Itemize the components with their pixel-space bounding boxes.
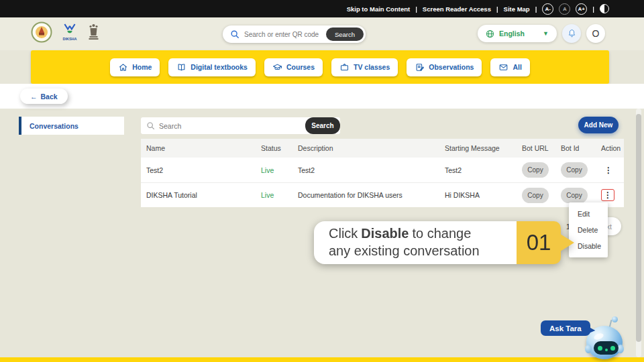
global-search-button[interactable]: Search — [326, 27, 364, 41]
globe-icon — [486, 29, 494, 38]
separator: | — [592, 5, 594, 13]
skip-to-content-link[interactable]: Skip to Main Content — [347, 5, 410, 13]
callout-text-bold: Disable — [361, 226, 409, 241]
row-actions-kebab-icon[interactable]: ⋮ — [602, 165, 614, 176]
menu-item-edit[interactable]: Edit — [569, 206, 608, 222]
book-icon — [176, 62, 186, 72]
back-row: ← Back — [0, 84, 644, 109]
main-navigation: Home Digital textbooks Courses — [31, 50, 609, 84]
tour-callout-text: ClickDisableto change any existing conve… — [314, 221, 517, 264]
robot-antenna-ball — [612, 316, 618, 322]
robot-eye-right — [610, 346, 615, 351]
separator: | — [496, 5, 498, 13]
callout-text-line2: any existing conversation — [329, 243, 480, 258]
table-row: DIKSHA Tutorial Live Documentation for D… — [141, 182, 624, 207]
conversations-table: Name Status Description Starting Message… — [141, 139, 624, 207]
tamilnadu-emblem-logo — [31, 21, 52, 43]
copy-bot-url-button[interactable]: Copy — [522, 162, 549, 178]
nav-item-label: Courses — [286, 63, 315, 71]
copy-bot-id-button[interactable]: Copy — [561, 162, 588, 178]
separator: | — [535, 5, 537, 13]
column-header-name: Name — [141, 144, 256, 152]
search-icon — [146, 121, 155, 130]
nav-item-observations[interactable]: Observations — [407, 58, 482, 76]
back-button[interactable]: ← Back — [20, 88, 68, 104]
cell-starting-message: Test2 — [439, 166, 517, 174]
add-new-button[interactable]: Add New — [578, 117, 619, 133]
row-actions-menu: Edit Delete Disable — [569, 202, 608, 257]
clipboard-icon — [415, 62, 425, 72]
diksha-logo-label: DIKSHA — [62, 37, 76, 41]
cell-description: Documentation for DIKSHA users — [292, 191, 439, 199]
notifications-button[interactable] — [562, 24, 581, 43]
page: Skip to Main Content | Screen Reader Acc… — [0, 0, 644, 362]
india-emblem-logo — [87, 22, 100, 42]
conversation-search: Search — [141, 117, 340, 134]
contrast-toggle-icon[interactable] — [600, 4, 609, 13]
chevron-down-icon: ▼ — [543, 30, 549, 37]
accessibility-bar: Skip to Main Content | Screen Reader Acc… — [0, 0, 644, 17]
home-icon — [118, 62, 128, 72]
robot-face — [594, 341, 619, 355]
robot-mouth-dot — [605, 349, 608, 351]
column-header-bot-id: Bot Id — [555, 144, 596, 152]
global-search-input[interactable] — [244, 31, 321, 38]
nav-item-label: TV classes — [354, 63, 390, 71]
language-selector[interactable]: English ▼ — [478, 25, 557, 42]
row-actions-kebab-icon[interactable]: ⋮ — [602, 190, 614, 200]
cell-description: Test2 — [292, 166, 439, 174]
robot-shine — [593, 332, 604, 341]
conversation-search-input[interactable] — [159, 122, 273, 130]
language-selected-label: English — [499, 29, 525, 38]
column-header-bot-url: Bot URL — [517, 144, 555, 152]
nav-item-courses[interactable]: Courses — [264, 58, 323, 76]
header: DIKSHA Search — [0, 17, 644, 50]
font-default-button[interactable]: A — [559, 3, 570, 15]
nav-item-digital-textbooks[interactable]: Digital textbooks — [168, 58, 256, 76]
nav-item-label: Digital textbooks — [191, 63, 248, 71]
tour-step-number: 01 — [517, 221, 561, 264]
nav-item-all[interactable]: All — [490, 58, 529, 76]
ask-tara-button[interactable]: Ask Tara — [541, 320, 590, 336]
nav-item-home[interactable]: Home — [110, 58, 160, 76]
bell-icon — [567, 28, 577, 39]
tara-robot-mascot[interactable] — [585, 320, 625, 360]
nav-item-label: Observations — [429, 63, 474, 71]
font-increase-button[interactable]: A+ — [576, 3, 587, 15]
menu-item-delete[interactable]: Delete — [569, 222, 608, 238]
column-header-description: Description — [292, 144, 439, 152]
diksha-logo[interactable]: DIKSHA — [62, 23, 77, 41]
nav-item-label: All — [513, 63, 521, 71]
highlight-red-box: ⋮ — [601, 189, 614, 201]
global-search: Search — [223, 25, 366, 43]
column-header-status: Status — [256, 144, 292, 152]
nav-item-label: Home — [132, 63, 152, 71]
site-map-link[interactable]: Site Map — [504, 5, 530, 13]
callout-text-prefix: Click — [329, 226, 358, 241]
menu-item-disable[interactable]: Disable — [569, 238, 608, 254]
table-row: Test2 Live Test2 Test2 Copy Copy ⋮ — [141, 158, 624, 182]
cell-name: DIKSHA Tutorial — [141, 191, 256, 199]
screen-reader-link[interactable]: Screen Reader Access — [423, 5, 491, 13]
copy-bot-id-button[interactable]: Copy — [561, 188, 588, 203]
sidebar-item-conversations[interactable]: Conversations — [19, 117, 124, 135]
separator: | — [415, 5, 417, 13]
logo-group: DIKSHA — [31, 21, 100, 43]
header-actions: English ▼ O — [478, 24, 605, 43]
search-icon — [230, 29, 239, 39]
conversation-search-button[interactable]: Search — [305, 117, 340, 134]
cell-name: Test2 — [141, 166, 256, 174]
scrollbar-thumb[interactable] — [636, 114, 641, 342]
copy-bot-url-button[interactable]: Copy — [522, 188, 549, 203]
font-decrease-button[interactable]: A- — [542, 3, 553, 15]
envelope-icon — [498, 62, 508, 72]
profile-avatar[interactable]: O — [586, 24, 605, 43]
callout-text-suffix: to change — [413, 226, 472, 241]
footer-yellow-band — [0, 357, 644, 362]
column-header-action: Action — [596, 144, 624, 152]
sidebar-item-label: Conversations — [30, 122, 78, 130]
table-header-row: Name Status Description Starting Message… — [141, 139, 624, 158]
arrow-left-icon: ← — [30, 93, 38, 101]
column-header-starting-message: Starting Message — [439, 144, 517, 152]
nav-item-tv-classes[interactable]: TV classes — [331, 58, 398, 76]
